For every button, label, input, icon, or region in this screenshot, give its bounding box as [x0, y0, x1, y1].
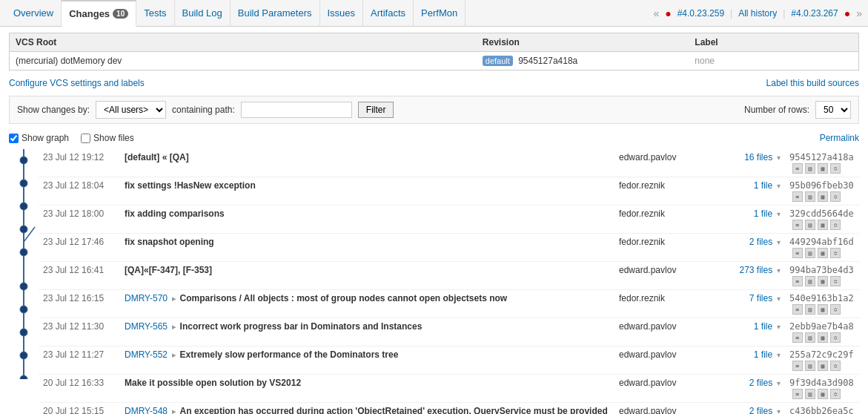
vcs-row: (mercurial) dotMemory dev default 954512…: [10, 52, 859, 70]
action-icon[interactable]: ▤: [805, 332, 815, 343]
action-icon[interactable]: ▤: [805, 276, 815, 286]
action-icon[interactable]: ≎: [830, 332, 841, 343]
issue-link[interactable]: DMRY-565: [125, 321, 168, 332]
filter-button[interactable]: Filter: [358, 102, 394, 118]
action-icon[interactable]: ≡: [792, 361, 803, 371]
user-select[interactable]: <All users>: [96, 102, 165, 118]
action-icon[interactable]: ≎: [830, 304, 841, 315]
action-icon[interactable]: ≎: [830, 163, 841, 174]
tab-build-log[interactable]: Build Log: [175, 0, 231, 27]
change-files: 7 files ▾: [711, 290, 785, 318]
configure-vcs-link[interactable]: Configure VCS settings and labels: [9, 78, 145, 88]
files-link[interactable]: 2 files: [749, 378, 772, 388]
change-date: 23 Jul 12 18:00: [39, 206, 120, 234]
files-link[interactable]: 1 file: [754, 349, 772, 360]
change-files: 2 files ▾: [711, 375, 785, 403]
action-icon[interactable]: ≡: [792, 332, 803, 343]
action-icon[interactable]: ▤: [805, 248, 815, 258]
action-icon[interactable]: ▦: [818, 361, 828, 371]
tab-build-parameters[interactable]: Build Parameters: [231, 0, 320, 27]
rows-select[interactable]: 50: [816, 102, 850, 118]
changes-badge: 10: [113, 9, 128, 19]
issue-link[interactable]: DMRY-570: [125, 293, 168, 303]
show-files-label[interactable]: Show files: [81, 133, 134, 143]
label-build-link[interactable]: Label this build sources: [766, 78, 859, 88]
issue-arrow-icon: ▸: [170, 323, 178, 331]
show-graph-label[interactable]: Show graph: [9, 133, 69, 143]
files-link[interactable]: 1 file: [754, 321, 772, 332]
permalink-link[interactable]: Permalink: [820, 133, 859, 143]
issue-link[interactable]: DMRY-552: [125, 349, 168, 360]
tree-icon: ▾: [775, 266, 781, 275]
files-link[interactable]: 1 file: [754, 208, 772, 219]
files-link[interactable]: 2 files: [749, 406, 772, 414]
action-icon[interactable]: ≡: [792, 248, 803, 258]
tab-changes[interactable]: Changes 10: [62, 0, 136, 27]
main-content: VCS Root Revision Label (mercurial) dotM…: [0, 27, 868, 414]
rows-select-wrap: 50: [815, 101, 851, 119]
action-icon[interactable]: ≡: [792, 304, 803, 315]
prev-build-arrow[interactable]: «: [653, 7, 659, 19]
table-row: 23 Jul 12 19:12[default] « [QA]edward.pa…: [39, 149, 859, 177]
change-message: DMRY-570 ▸ Comparisons / All objects : m…: [120, 290, 614, 318]
tab-issues[interactable]: Issues: [320, 0, 364, 27]
action-icon[interactable]: ▦: [818, 389, 828, 399]
vcs-header-root: VCS Root: [10, 33, 477, 52]
change-date: 23 Jul 12 18:04: [39, 177, 120, 206]
action-icon[interactable]: ▦: [818, 304, 828, 315]
action-icon[interactable]: ≎: [830, 248, 841, 258]
change-author: fedor.reznik: [614, 234, 711, 262]
action-icon[interactable]: ≎: [830, 389, 841, 399]
revision-hash: 9545127a418a: [518, 56, 577, 66]
action-icon[interactable]: ▤: [805, 191, 815, 202]
show-files-checkbox[interactable]: [81, 134, 90, 143]
files-link[interactable]: 273 files: [740, 265, 773, 275]
action-icon[interactable]: ≡: [792, 163, 803, 174]
action-icon[interactable]: ▦: [818, 191, 828, 202]
svg-point-5: [20, 226, 27, 233]
files-link[interactable]: 2 files: [749, 237, 772, 247]
svg-point-4: [20, 203, 27, 210]
tab-overview[interactable]: Overview: [6, 0, 62, 27]
issue-link[interactable]: DMRY-548: [125, 406, 168, 414]
next-build-arrow[interactable]: »: [856, 7, 862, 19]
path-input[interactable]: [241, 102, 352, 118]
action-icon[interactable]: ▤: [805, 304, 815, 315]
action-icon[interactable]: ≡: [792, 389, 803, 399]
current-build-link[interactable]: #4.0.23.259: [677, 8, 724, 19]
tab-perfmon[interactable]: PerfMon: [414, 0, 466, 27]
svg-point-8: [20, 306, 27, 313]
config-row: Configure VCS settings and labels Label …: [9, 75, 859, 96]
files-link[interactable]: 7 files: [749, 293, 772, 303]
table-row: 23 Jul 12 18:00fix adding comparisonsfed…: [39, 206, 859, 234]
action-icon[interactable]: ▤: [805, 163, 815, 174]
files-link[interactable]: 16 files: [744, 152, 772, 162]
next-build-link[interactable]: #4.0.23.267: [791, 8, 838, 19]
action-icons: ≡▤▦≎: [792, 248, 841, 258]
action-icon[interactable]: ▤: [805, 389, 815, 399]
change-message: DMRY-548 ▸ An exception has occurred dur…: [120, 403, 614, 415]
action-icon[interactable]: ≡: [792, 191, 803, 202]
action-icon[interactable]: ≎: [830, 361, 841, 371]
show-graph-checkbox[interactable]: [9, 134, 19, 143]
action-icon[interactable]: ▦: [818, 163, 828, 174]
change-date: 23 Jul 12 19:12: [39, 149, 120, 177]
svg-point-6: [20, 249, 27, 256]
action-icon[interactable]: ≎: [830, 220, 841, 230]
all-history-link[interactable]: All history: [738, 8, 777, 19]
action-icon[interactable]: ≎: [830, 276, 841, 286]
action-icon[interactable]: ▦: [818, 332, 828, 343]
action-icon[interactable]: ▦: [818, 248, 828, 258]
action-icon[interactable]: ▦: [818, 220, 828, 230]
change-message: DMRY-565 ▸ Incorrect work progress bar i…: [120, 318, 614, 346]
tab-artifacts[interactable]: Artifacts: [363, 0, 414, 27]
action-icon[interactable]: ▦: [818, 276, 828, 286]
action-icon[interactable]: ≡: [792, 220, 803, 230]
action-icon[interactable]: ≎: [830, 191, 841, 202]
change-author: edward.pavlov: [614, 318, 711, 346]
action-icon[interactable]: ≡: [792, 276, 803, 286]
action-icon[interactable]: ▤: [805, 361, 815, 371]
files-link[interactable]: 1 file: [754, 180, 772, 191]
tab-tests[interactable]: Tests: [136, 0, 174, 27]
action-icon[interactable]: ▤: [805, 220, 815, 230]
